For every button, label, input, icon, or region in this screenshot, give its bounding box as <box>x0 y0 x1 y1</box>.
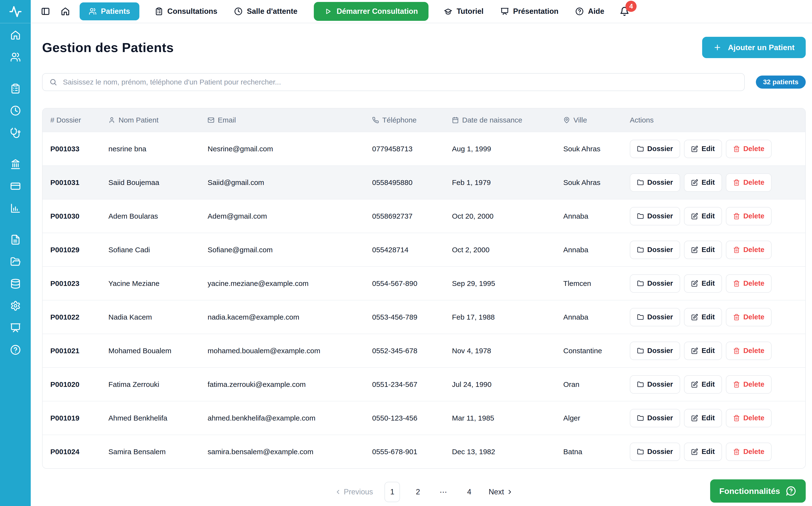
edit-button[interactable]: Edit <box>684 308 722 326</box>
delete-button[interactable]: Delete <box>726 342 772 360</box>
table-row: P001023 Yacine Meziane yacine.meziane@ex… <box>42 266 805 300</box>
edit-button[interactable]: Edit <box>684 140 722 158</box>
cell-dossier: P001021 <box>42 347 107 355</box>
cell-dossier: P001031 <box>42 178 107 187</box>
tab-consultations-label: Consultations <box>168 7 217 16</box>
folder-icon <box>637 179 644 186</box>
cell-ville: Annaba <box>562 212 628 220</box>
presentation-button[interactable]: Présentation <box>499 7 560 16</box>
sidebar-item-waiting-room[interactable] <box>10 105 21 116</box>
sidebar-item-help[interactable] <box>10 344 21 355</box>
folder-icon <box>637 448 644 455</box>
cell-ville: Oran <box>562 381 628 389</box>
tab-waiting-room-label: Salle d'attente <box>247 7 297 16</box>
pagination-page-4[interactable]: 4 <box>462 482 477 502</box>
tutorial-button[interactable]: Tutoriel <box>442 7 485 16</box>
dossier-button[interactable]: Dossier <box>630 442 680 461</box>
sidebar-toggle-button[interactable] <box>41 7 50 16</box>
delete-button[interactable]: Delete <box>726 140 772 158</box>
search-input[interactable] <box>42 73 745 91</box>
table-row: P001033 nesrine bna Nesrine@gmail.com 07… <box>42 132 805 165</box>
cell-ville: Souk Ahras <box>562 145 628 153</box>
cell-nom-patient: Adem Boularas <box>107 212 206 220</box>
chevron-left-icon <box>335 489 341 495</box>
delete-button[interactable]: Delete <box>726 207 772 226</box>
sidebar-item-home[interactable] <box>10 29 21 41</box>
delete-button[interactable]: Delete <box>726 173 772 192</box>
pagination: Previous 12⋯4 Next <box>333 482 515 502</box>
edit-button[interactable]: Edit <box>684 274 722 293</box>
tab-consultations[interactable]: Consultations <box>154 7 219 16</box>
dossier-button[interactable]: Dossier <box>630 409 680 427</box>
gear-icon <box>10 301 21 311</box>
trash-icon <box>733 280 740 287</box>
help-button[interactable]: Aide <box>574 7 606 16</box>
sidebar-item-payments[interactable] <box>10 181 21 192</box>
dossier-button[interactable]: Dossier <box>630 274 680 293</box>
edit-button[interactable]: Edit <box>684 173 722 192</box>
cell-date-naissance: Nov 4, 1978 <box>450 347 562 355</box>
edit-button[interactable]: Edit <box>684 442 722 461</box>
cell-dossier: P001019 <box>42 414 107 422</box>
cell-dossier: P001030 <box>42 212 107 220</box>
dossier-button[interactable]: Dossier <box>630 308 680 326</box>
folder-icon <box>637 246 644 253</box>
delete-button[interactable]: Delete <box>726 375 772 394</box>
phone-icon <box>372 117 379 123</box>
sidebar-item-statistics[interactable] <box>10 203 21 214</box>
start-consultation-button[interactable]: Démarrer Consultation <box>314 2 428 21</box>
edit-button[interactable]: Edit <box>684 207 722 226</box>
dossier-button[interactable]: Dossier <box>630 140 680 158</box>
edit-button[interactable]: Edit <box>684 241 722 259</box>
delete-button[interactable]: Delete <box>726 409 772 427</box>
tab-waiting-room[interactable]: Salle d'attente <box>233 7 299 16</box>
trash-icon <box>733 381 740 388</box>
folder-open-icon <box>10 256 21 267</box>
tab-patients[interactable]: Patients <box>80 2 139 20</box>
delete-button[interactable]: Delete <box>726 442 772 461</box>
dossier-button[interactable]: Dossier <box>630 241 680 259</box>
sidebar-item-patients[interactable] <box>10 52 21 63</box>
dossier-button[interactable]: Dossier <box>630 375 680 394</box>
cell-date-naissance: Mar 11, 1985 <box>450 414 562 422</box>
folder-icon <box>637 314 644 321</box>
delete-button[interactable]: Delete <box>726 308 772 326</box>
dossier-button[interactable]: Dossier <box>630 342 680 360</box>
pagination-page-2[interactable]: 2 <box>410 482 426 502</box>
sidebar-item-documents[interactable] <box>10 234 21 245</box>
edit-icon <box>691 246 698 253</box>
sidebar-item-settings[interactable] <box>10 300 21 311</box>
edit-button[interactable]: Edit <box>684 409 722 427</box>
cell-nom-patient: Sofiane Cadi <box>107 246 206 254</box>
cell-email: Nesrine@gmail.com <box>206 145 371 153</box>
patients-table: # Dossier Nom Patient Email Téléphone Da… <box>42 108 806 469</box>
pagination-page-1[interactable]: 1 <box>385 482 400 502</box>
cell-ville: Alger <box>562 414 628 422</box>
home-button[interactable] <box>61 7 70 16</box>
add-patient-button[interactable]: Ajouter un Patient <box>702 37 806 58</box>
sidebar-item-presentation[interactable] <box>10 322 21 333</box>
dossier-button[interactable]: Dossier <box>630 173 680 192</box>
dossier-button[interactable]: Dossier <box>630 207 680 226</box>
edit-button[interactable]: Edit <box>684 342 722 360</box>
features-button[interactable]: Fonctionnalités <box>710 479 806 503</box>
delete-button[interactable]: Delete <box>726 241 772 259</box>
cell-ville: Batna <box>562 448 628 456</box>
sidebar-item-database[interactable] <box>10 278 21 289</box>
sidebar-item-consultations[interactable] <box>10 83 21 94</box>
edit-button[interactable]: Edit <box>684 375 722 394</box>
presentation-icon <box>10 323 21 333</box>
sidebar-item-finance[interactable] <box>10 159 21 170</box>
pagination-previous-button[interactable]: Previous <box>333 487 375 497</box>
table-row: P001021 Mohamed Boualem mohamed.boualem@… <box>42 334 805 367</box>
cell-nom-patient: Ahmed Benkhelifa <box>107 414 206 422</box>
delete-button[interactable]: Delete <box>726 274 772 293</box>
topbar: Patients Consultations Salle d'attente D… <box>31 0 812 23</box>
help-label: Aide <box>588 7 604 16</box>
sidebar-item-consultation[interactable] <box>10 127 21 138</box>
cell-nom-patient: nesrine bna <box>107 145 206 153</box>
pagination-next-button[interactable]: Next <box>487 487 515 497</box>
sidebar-item-records[interactable] <box>10 256 21 267</box>
features-label: Fonctionnalités <box>719 486 780 496</box>
folder-icon <box>637 415 644 422</box>
